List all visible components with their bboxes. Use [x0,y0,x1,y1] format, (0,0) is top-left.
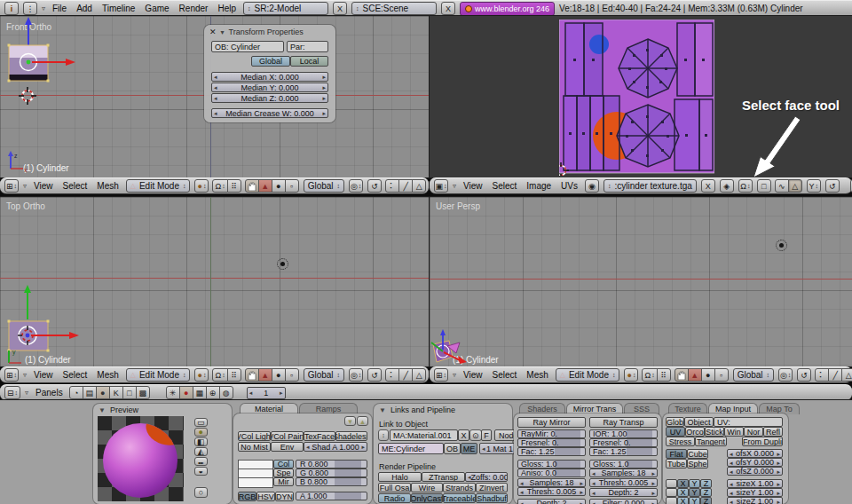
fac-tra-slider[interactable]: Fac: 1.25 [589,447,658,456]
fresnel-tra-slider[interactable]: Fresnel: 0. [589,438,658,447]
fake-user-button[interactable]: F [481,429,492,441]
axis-y-button-2[interactable]: Y [689,488,700,497]
axis-x-button-3[interactable]: X [677,497,689,504]
traceable-toggle[interactable]: Traceable [443,493,476,503]
collapse-menus-icon[interactable]: ▿ [23,371,27,379]
collapse-menus-icon[interactable]: ▿ [42,4,45,12]
fac-mir-slider[interactable]: Fac: 1.25 [517,447,586,456]
lamp-object[interactable] [776,240,787,251]
face-select-icon[interactable]: △ [412,179,426,193]
orientation-dropdown[interactable]: Global↕ [304,368,344,382]
median-z-slider[interactable]: ◂Median Z: 0.000▸ [211,93,328,103]
translate-manipulator-icon[interactable]: ▲ [258,179,272,193]
wire-toggle[interactable]: Wire [411,483,443,492]
ray-mirror-toggle[interactable]: Ray Mirror [517,417,586,428]
autoname-car-icon[interactable]: ⊙ [469,429,482,441]
pivot-dropdown[interactable]: Ω↕ [212,179,227,193]
flat-toggle[interactable]: Flat [666,449,687,459]
uv-refresh-icon[interactable]: ↺ [825,179,840,193]
frame-number-stepper[interactable]: ◂ 1 ▸ [247,387,286,399]
menu-file[interactable]: File [50,4,69,13]
stepper-right-icon[interactable]: ▸ [322,74,326,80]
editor-type-dropdown[interactable]: ⊞↕ [434,368,448,382]
uv-rotation-dropdown[interactable]: Ω↕ [738,179,753,193]
menu-view[interactable]: View [461,181,485,191]
vertex-select-icon[interactable]: ⠅ [385,368,399,382]
gloss-mir-slider[interactable]: Gloss: 1.0 [517,460,586,469]
proportional-edit-dropdown[interactable]: ◎↕ [349,179,363,193]
collapse-menus-icon[interactable]: ▿ [23,182,27,190]
me-button[interactable]: ME [461,443,477,454]
rotate-manipulator-icon[interactable]: ● [272,179,286,193]
stepper-left-icon[interactable]: ◂ [214,84,217,91]
material-delete-button[interactable]: X [458,429,469,441]
image-delete-button[interactable]: X [701,179,715,193]
full-osa-toggle[interactable]: Full Osa [378,483,411,492]
spe-channel-button[interactable]: Spe [273,469,294,477]
collapse-menus-icon[interactable]: ▿ [453,182,456,190]
draw-type-dropdown[interactable]: ●↕ [194,179,209,193]
menu-select[interactable]: Select [60,370,91,380]
menu-image[interactable]: Image [524,181,554,191]
editor-type-dropdown[interactable]: ▣↕ [434,179,448,193]
uv-coords-toggle[interactable]: UV [666,427,685,437]
edge-select-icon[interactable]: ╱ [828,368,842,382]
logic-context-icon[interactable]: ◔ [69,386,83,399]
ofsy-stepper[interactable]: ◂ofsY 0.000▸ [727,458,783,467]
translate-manipulator-icon[interactable]: ▲ [688,368,702,382]
editor-type-dropdown[interactable]: ⊟↕ [4,386,20,399]
menu-help[interactable]: Help [215,4,239,13]
manipulator-hand-button[interactable] [674,368,689,382]
median-x-slider[interactable]: ◂Median X: 0.000▸ [211,72,328,82]
front-view-scene[interactable]: z x [0,16,106,177]
axis-y-button-1[interactable]: Y [689,479,700,488]
paste-material-icon[interactable]: ▴ [357,416,368,426]
dyn-mode-button[interactable]: DYN [275,492,294,501]
world-subcontext-icon[interactable]: ◍ [219,386,233,399]
editing-context-icon[interactable]: □ [122,386,137,399]
ior-slider[interactable]: IOR: 1.00 [589,429,658,438]
stress-toggle[interactable]: Stress [666,437,695,446]
global-toggle[interactable]: Global [251,56,290,67]
median-crease-slider[interactable]: ◂Median Crease W: 0.000▸ [211,108,328,118]
green-slider[interactable]: G 0.800 [296,469,367,477]
menu-view[interactable]: View [461,370,485,380]
face-select-icon[interactable]: △ [412,368,426,382]
zinvert-toggle[interactable]: ZInvert [476,483,508,492]
fresnel-mir-slider[interactable]: Fresnel: 0. [517,438,586,447]
draw-type-dropdown[interactable]: ●↕ [624,368,638,382]
material-subcontext-icon[interactable]: ● [179,386,193,399]
sizez-stepper[interactable]: ◂sizeZ 1.00▸ [727,497,783,504]
axis-none-button-1[interactable] [666,479,677,488]
pivot-dropdown[interactable]: Ω↕ [642,368,657,382]
menu-select[interactable]: Select [490,181,520,191]
ztransp-toggle[interactable]: ZTransp [422,472,465,482]
collapse-panel-icon[interactable]: ▾ [221,28,225,36]
ray-transp-toggle[interactable]: Ray Transp [589,417,658,428]
render-preview-icon[interactable]: ↺ [797,368,811,382]
rotate-manipulator-icon[interactable]: ● [701,368,715,382]
menu-mesh[interactable]: Mesh [94,181,121,191]
render-preview-icon[interactable]: ↺ [367,179,382,193]
editor-type-dropdown[interactable]: ⊞↕ [4,179,19,193]
proportional-edit-dropdown[interactable]: ◎↕ [349,368,363,382]
viewport-top[interactable]: Top Ortho (1) Cylinder y [0,197,429,366]
blue-slider[interactable]: B 0.800 [296,477,367,486]
preview-sphere-icon[interactable]: ● [194,428,208,437]
cube-toggle[interactable]: Cube [687,449,708,459]
glob-toggle[interactable]: Glob [666,417,684,427]
object-context-icon[interactable]: K [109,386,123,399]
ofsz-stepper[interactable]: ◂ofsZ 0.000▸ [727,467,783,476]
uv-image-editor[interactable]: Select face tool [430,16,852,177]
strands-toggle[interactable]: Strands [443,483,476,492]
uv-sync-icon[interactable]: ∿ [775,179,789,193]
mesh-name-field[interactable]: ME:Cylinder [378,443,444,454]
face-select-icon[interactable]: △ [841,368,852,382]
screen-selector[interactable]: ↕ SR:2-Model [243,2,328,15]
no-mist-toggle[interactable]: No Mist [238,442,271,452]
collapse-panel-icon[interactable]: ▼ [99,406,106,414]
pivot-dropdown[interactable]: Ω↕ [212,368,227,382]
uv-square-icon[interactable]: □ [757,179,771,193]
close-icon[interactable]: ✕ [209,28,217,36]
proportional-edit-dropdown[interactable]: ◎↕ [778,368,793,382]
